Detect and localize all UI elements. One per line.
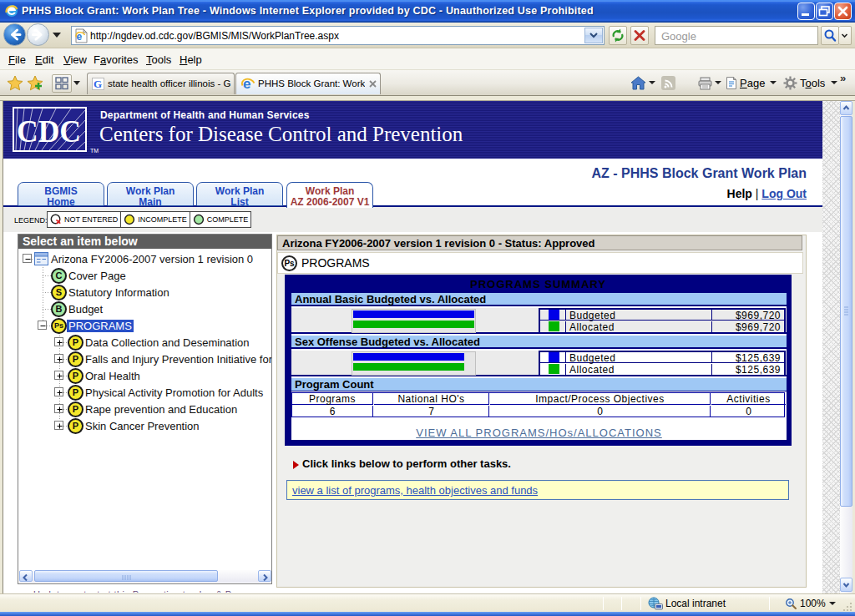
svg-text:CDC: CDC (17, 114, 81, 149)
svg-text:G: G (94, 78, 102, 90)
